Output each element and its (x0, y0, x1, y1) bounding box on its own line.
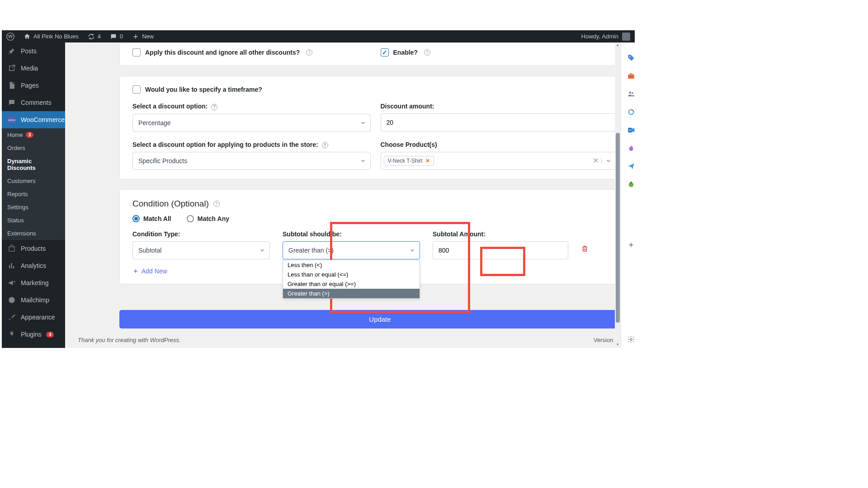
send-icon[interactable] (626, 161, 636, 171)
discount-amount-field[interactable] (387, 119, 604, 126)
svg-point-11 (629, 92, 631, 94)
discount-option-select[interactable]: Percentage (132, 114, 371, 132)
comments-count: 0 (120, 33, 123, 40)
comment-icon (7, 98, 16, 107)
sidebar-item-appearance[interactable]: Appearance (2, 309, 65, 326)
sidebar-item-posts[interactable]: Posts (2, 42, 65, 60)
comments-link[interactable]: 0 (105, 30, 127, 42)
new-label: New (142, 33, 154, 40)
people-icon[interactable] (626, 89, 636, 99)
match-any-radio[interactable]: Match Any (187, 215, 229, 222)
help-icon[interactable]: ? (211, 104, 217, 110)
admin-topbar: All Pink No Blues 4 0 New Howdy, Admin (2, 30, 635, 42)
subtotal-amount-input[interactable] (433, 241, 568, 259)
help-icon[interactable]: ? (424, 49, 430, 56)
avatar-icon (622, 33, 630, 41)
woocommerce-submenu: Home3 Orders Dynamic Discounts Customers… (2, 128, 65, 240)
match-all-radio[interactable]: Match All (132, 215, 171, 222)
sidebar-item-label: Appearance (21, 314, 55, 321)
dropdown-option[interactable]: Less than or equal (<=) (283, 270, 420, 279)
scroll-thumb[interactable] (616, 133, 620, 323)
help-icon[interactable]: ? (306, 49, 312, 56)
timeframe-label: Would you like to specify a timeframe? (145, 86, 262, 93)
blob-icon[interactable] (626, 179, 636, 189)
plus-icon[interactable] (626, 240, 636, 250)
condition-type-select[interactable]: Subtotal (132, 241, 270, 259)
chip-remove-icon[interactable]: ✕ (425, 158, 430, 164)
outlook-icon[interactable]: O (626, 125, 636, 135)
sidebar-item-users[interactable]: Users (2, 343, 65, 348)
radio-label: Match Any (198, 215, 229, 222)
sidebar-item-products[interactable]: Products (2, 240, 65, 257)
subtotal-operator-select[interactable]: Greater than (>) (283, 241, 420, 259)
discount-config-panel: Would you like to specify a timeframe? S… (119, 76, 632, 179)
sidebar-item-label: Posts (21, 47, 37, 55)
sidebar-item-label: WooCommerce (21, 116, 65, 123)
sidebar-item-plugins[interactable]: Plugins4 (2, 326, 65, 343)
condition-panel: Condition (Optional)? Match All Match An… (119, 189, 632, 284)
sub-item-reports[interactable]: Reports (2, 188, 65, 201)
sidebar-item-comments[interactable]: Comments (2, 94, 65, 111)
dropdown-option[interactable]: Less then (<) (283, 260, 420, 270)
sidebar-item-marketing[interactable]: Marketing (2, 274, 65, 291)
condition-title: Condition (Optional)? (132, 199, 618, 209)
updates-link[interactable]: 4 (83, 30, 105, 42)
sidebar-item-pages[interactable]: Pages (2, 77, 65, 94)
condition-type-label: Condition Type: (132, 230, 270, 238)
sidebar-item-label: Mailchimp (21, 296, 49, 304)
scroll-down-arrow[interactable]: ▾ (615, 342, 621, 348)
sub-item-dynamic-discounts[interactable]: Dynamic Discounts (2, 155, 65, 174)
subtotal-amount-field[interactable] (439, 247, 553, 254)
ring-icon[interactable] (626, 107, 636, 117)
sidebar-item-woocommerce[interactable]: wooWooCommerce (2, 111, 65, 128)
sub-item-customers[interactable]: Customers (2, 174, 65, 188)
scroll-up-arrow[interactable]: ▴ (615, 42, 621, 48)
sidebar-item-analytics[interactable]: Analytics (2, 257, 65, 274)
media-icon (7, 64, 16, 73)
gear-icon[interactable] (626, 334, 636, 344)
tag-icon[interactable] (626, 53, 636, 63)
flame-icon[interactable] (626, 143, 636, 153)
clear-all-icon[interactable]: ✕ (590, 156, 601, 165)
help-icon[interactable]: ? (213, 201, 220, 207)
delete-condition-button[interactable] (581, 245, 589, 253)
sidebar-item-label: Comments (21, 99, 52, 106)
wp-logo[interactable] (2, 30, 19, 42)
apply-ignore-checkbox[interactable] (132, 48, 141, 56)
new-content-link[interactable]: New (127, 30, 158, 42)
sidebar-item-media[interactable]: Media (2, 60, 65, 77)
help-icon[interactable]: ? (322, 142, 328, 148)
sidebar-item-mailchimp[interactable]: Mailchimp (2, 291, 65, 309)
svg-point-9 (629, 56, 630, 57)
chevron-down-icon[interactable] (601, 158, 615, 164)
briefcase-icon[interactable] (626, 71, 636, 81)
page-icon (7, 81, 16, 90)
site-home-link[interactable]: All Pink No Blues (19, 30, 83, 42)
sub-item-label: Reports (7, 191, 28, 197)
discount-option-label: Select a discount option: ? (132, 103, 371, 110)
svg-point-12 (632, 92, 633, 94)
dropdown-option-selected[interactable]: Greater than (>) (283, 289, 420, 298)
sub-item-orders[interactable]: Orders (2, 141, 65, 155)
timeframe-checkbox[interactable] (132, 85, 141, 94)
update-button[interactable]: Update (119, 310, 641, 328)
enable-checkbox[interactable]: ✓ (381, 48, 389, 56)
updates-count: 4 (98, 33, 101, 40)
choose-products-label: Choose Product(s) (381, 141, 619, 148)
right-tool-rail: O (621, 30, 641, 348)
dropdown-option[interactable]: Greater than or equal (>=) (283, 279, 420, 289)
discount-amount-input[interactable] (381, 113, 619, 131)
sub-item-settings[interactable]: Settings (2, 201, 65, 214)
svg-rect-15 (632, 128, 634, 132)
sub-item-status[interactable]: Status (2, 214, 65, 227)
sub-item-home[interactable]: Home3 (2, 128, 65, 141)
account-link[interactable]: Howdy, Admin (581, 33, 635, 41)
enable-label: Enable? (393, 49, 418, 56)
vertical-scrollbar[interactable]: ▴ ▾ (615, 42, 621, 348)
svg-point-18 (630, 182, 632, 184)
admin-footer: Thank you for creating with WordPress. V… (65, 328, 641, 348)
product-multiselect[interactable]: V-Neck T-Shirt ✕ ✕ (381, 152, 619, 170)
sub-item-extensions[interactable]: Extensions (2, 227, 65, 240)
apply-option-select[interactable]: Specific Products (132, 152, 371, 170)
select-value: Subtotal (138, 247, 161, 254)
